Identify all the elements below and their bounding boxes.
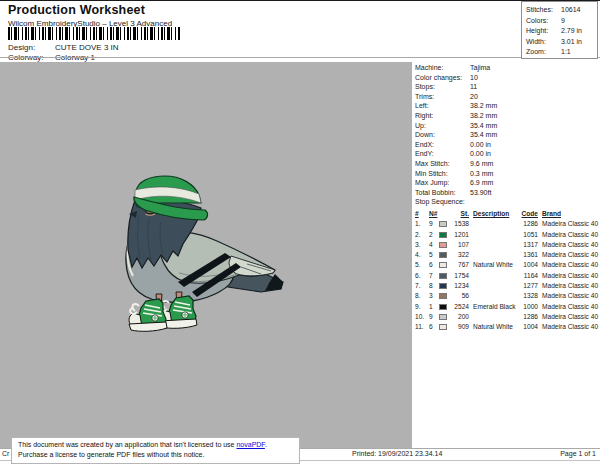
stop-number: 11. bbox=[415, 322, 428, 332]
needle-number: 9 bbox=[429, 312, 439, 322]
machine-info-row: Total Bobbin:53.90ft bbox=[415, 188, 599, 198]
notice-text-3: Purchase a license to generate PDF files… bbox=[18, 451, 204, 458]
thread-code: 1164 bbox=[519, 271, 538, 281]
stop-number: 1. bbox=[415, 219, 428, 229]
needle-number: 3 bbox=[429, 291, 439, 301]
stop-sequence-row: 6.717541164Madeira Classic 40 bbox=[415, 271, 600, 281]
machine-info-label: Total Bobbin: bbox=[415, 188, 470, 198]
thread-color-swatch bbox=[439, 324, 447, 330]
summary-row: Stitches:10614 bbox=[526, 5, 597, 16]
summary-label: Width: bbox=[526, 37, 561, 48]
summary-value: 9 bbox=[561, 16, 565, 27]
thread-color-swatch bbox=[439, 232, 447, 238]
needle-number: 6 bbox=[429, 322, 439, 332]
page-title: Production Worksheet bbox=[8, 3, 145, 17]
machine-info-label: Min Stitch: bbox=[415, 169, 470, 179]
barcode-icon bbox=[8, 27, 180, 40]
thread-description: Natural White bbox=[473, 322, 519, 332]
stitch-count: 322 bbox=[447, 250, 469, 260]
novapdf-notice: This document was created by an applicat… bbox=[11, 437, 300, 464]
novapdf-link[interactable]: novaPDF bbox=[236, 441, 264, 448]
thread-color-swatch bbox=[439, 221, 447, 227]
stop-sequence-rows: #N#St.DescriptionCodeBrand1.915381286Mad… bbox=[415, 209, 600, 333]
thread-brand: Madeira Classic 40 bbox=[542, 322, 600, 332]
machine-info-label: Down: bbox=[415, 130, 470, 140]
thread-brand: Madeira Classic 40 bbox=[542, 250, 600, 260]
production-worksheet-page: Production Worksheet Wilcom EmbroiderySt… bbox=[0, 0, 600, 464]
stitch-count: 2524 bbox=[447, 302, 469, 312]
stop-sequence-row: 8.3561328Madeira Classic 40 bbox=[415, 291, 600, 301]
stop-sequence-row: 10.92001286Madeira Classic 40 bbox=[415, 312, 600, 322]
machine-info-label: Right: bbox=[415, 111, 470, 121]
stitch-count: 1201 bbox=[447, 230, 469, 240]
thread-code: 1000 bbox=[519, 302, 538, 312]
summary-value: 10614 bbox=[561, 5, 580, 16]
machine-info-row: Down:35.4 mm bbox=[415, 130, 599, 140]
printed-timestamp: Printed: 19/09/2021 23.34.14 bbox=[352, 450, 442, 457]
thread-description: Natural White bbox=[473, 260, 519, 270]
machine-info-row: Right:38.2 mm bbox=[415, 111, 599, 121]
stitch-count: 200 bbox=[447, 312, 469, 322]
machine-info-label: Stops: bbox=[415, 82, 470, 92]
thread-color-swatch bbox=[439, 304, 447, 310]
design-label: Design: bbox=[8, 43, 55, 52]
column-header: Description bbox=[473, 209, 519, 219]
summary-label: Colors: bbox=[526, 16, 561, 27]
machine-info-row: Stops:11 bbox=[415, 82, 599, 92]
header-divider bbox=[0, 57, 600, 58]
machine-info-value: 0.00 in bbox=[470, 140, 491, 150]
needle-number: 1 bbox=[429, 302, 439, 312]
machine-info-row: Up:35.4 mm bbox=[415, 121, 599, 131]
footer-cut-text: Cr bbox=[2, 450, 9, 457]
machine-info-value: 0.3 mm bbox=[470, 169, 493, 179]
column-header: Code bbox=[519, 209, 538, 219]
summary-label: Stitches: bbox=[526, 5, 561, 16]
summary-value: 1:1 bbox=[561, 47, 571, 58]
machine-info-value: 0.00 in bbox=[470, 149, 491, 159]
machine-info-value: 20 bbox=[470, 92, 478, 102]
thread-description: Emerald Black bbox=[473, 302, 519, 312]
thread-code: 1317 bbox=[519, 240, 538, 250]
summary-row: Height:2.79 in bbox=[526, 26, 597, 37]
machine-info-list: Machine:TajimaColor changes:10Stops:11Tr… bbox=[415, 63, 599, 197]
machine-info-value: 35.4 mm bbox=[470, 121, 497, 131]
thread-brand: Madeira Classic 40 bbox=[542, 240, 600, 250]
stop-number: 2. bbox=[415, 230, 428, 240]
machine-info-value: 10 bbox=[470, 73, 478, 83]
column-header: St. bbox=[447, 209, 469, 219]
machine-info-label: Max Jump: bbox=[415, 178, 470, 188]
page-number: Page 1 of 1 bbox=[560, 450, 596, 457]
thread-code: 1286 bbox=[519, 219, 538, 229]
thread-code: 1328 bbox=[519, 291, 538, 301]
thread-code: 1361 bbox=[519, 250, 538, 260]
needle-number: 7 bbox=[429, 271, 439, 281]
machine-info-label: Max Stitch: bbox=[415, 159, 470, 169]
notice-text-1: This document was created by an applicat… bbox=[18, 441, 236, 448]
machine-info-value: Tajima bbox=[470, 63, 490, 73]
summary-value: 2.79 in bbox=[561, 26, 582, 37]
stop-sequence-row: 9.12524Emerald Black1000Madeira Classic … bbox=[415, 302, 600, 312]
thread-brand: Madeira Classic 40 bbox=[542, 312, 600, 322]
stop-sequence-row: 2.212011051Madeira Classic 40 bbox=[415, 230, 600, 240]
thread-color-swatch bbox=[439, 252, 447, 258]
stitch-count: 1754 bbox=[447, 271, 469, 281]
thread-color-swatch bbox=[439, 293, 447, 299]
pigeon-design-illustration bbox=[115, 170, 295, 340]
stitch-count: 1234 bbox=[447, 281, 469, 291]
machine-info-value: 6.9 mm bbox=[470, 178, 493, 188]
stop-number: 10. bbox=[415, 312, 428, 322]
machine-info-value: 38.2 mm bbox=[470, 101, 497, 111]
stop-sequence-section: Stop Sequence: #N#St.DescriptionCodeBran… bbox=[415, 197, 600, 333]
design-value: CUTE DOVE 3 IN bbox=[55, 43, 119, 52]
design-canvas bbox=[0, 62, 412, 448]
stop-sequence-row: 11.6909Natural White1004Madeira Classic … bbox=[415, 322, 600, 332]
column-header: Brand bbox=[542, 209, 600, 219]
thread-color-swatch bbox=[439, 262, 447, 268]
needle-number: 4 bbox=[429, 240, 439, 250]
pigeon-sneakers bbox=[129, 296, 197, 331]
notice-text-2: . bbox=[265, 441, 267, 448]
stitch-count: 909 bbox=[447, 322, 469, 332]
column-header: N# bbox=[429, 209, 439, 219]
thread-brand: Madeira Classic 40 bbox=[542, 219, 600, 229]
thread-code: 1004 bbox=[519, 260, 538, 270]
